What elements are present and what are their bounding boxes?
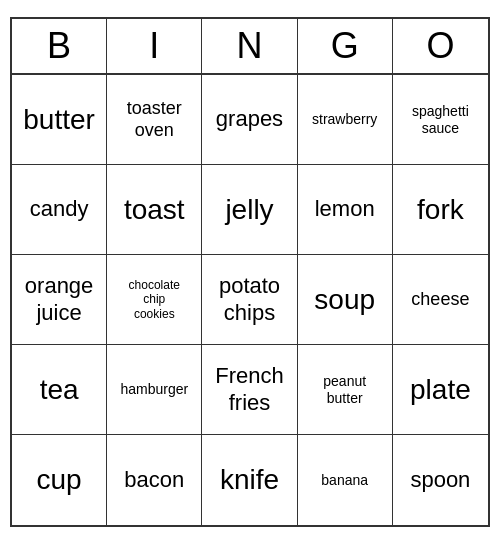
bingo-cell: spaghettisauce	[393, 75, 488, 165]
cell-text: candy	[30, 196, 89, 222]
bingo-cell: cheese	[393, 255, 488, 345]
bingo-cell: knife	[202, 435, 297, 525]
cell-text: grapes	[216, 106, 283, 132]
cell-text: plate	[410, 373, 471, 407]
cell-text: soup	[314, 283, 375, 317]
cell-text: tea	[40, 373, 79, 407]
cell-text: banana	[321, 472, 368, 489]
bingo-cell: soup	[298, 255, 393, 345]
header-letter: B	[12, 19, 107, 73]
header-letter: G	[298, 19, 393, 73]
cell-text: orangejuice	[25, 273, 94, 326]
bingo-cell: toasteroven	[107, 75, 202, 165]
bingo-cell: strawberry	[298, 75, 393, 165]
bingo-card: BINGO buttertoasterovengrapesstrawberrys…	[10, 17, 490, 527]
cell-text: cheese	[411, 289, 469, 311]
bingo-grid: buttertoasterovengrapesstrawberryspaghet…	[12, 75, 488, 525]
cell-text: butter	[23, 103, 95, 137]
cell-text: toast	[124, 193, 185, 227]
bingo-cell: toast	[107, 165, 202, 255]
cell-text: jelly	[225, 193, 273, 227]
cell-text: cup	[37, 463, 82, 497]
cell-text: toasteroven	[127, 98, 182, 141]
bingo-cell: spoon	[393, 435, 488, 525]
bingo-cell: Frenchfries	[202, 345, 297, 435]
bingo-header: BINGO	[12, 19, 488, 75]
cell-text: fork	[417, 193, 464, 227]
bingo-cell: peanutbutter	[298, 345, 393, 435]
cell-text: peanutbutter	[323, 373, 366, 407]
header-letter: I	[107, 19, 202, 73]
bingo-cell: fork	[393, 165, 488, 255]
bingo-cell: bacon	[107, 435, 202, 525]
bingo-cell: cup	[12, 435, 107, 525]
cell-text: bacon	[124, 467, 184, 493]
bingo-cell: potatochips	[202, 255, 297, 345]
bingo-cell: butter	[12, 75, 107, 165]
cell-text: potatochips	[219, 273, 280, 326]
bingo-cell: candy	[12, 165, 107, 255]
bingo-cell: tea	[12, 345, 107, 435]
cell-text: spoon	[410, 467, 470, 493]
cell-text: knife	[220, 463, 279, 497]
bingo-cell: jelly	[202, 165, 297, 255]
header-letter: N	[202, 19, 297, 73]
cell-text: strawberry	[312, 111, 377, 128]
bingo-cell: grapes	[202, 75, 297, 165]
bingo-cell: banana	[298, 435, 393, 525]
cell-text: hamburger	[120, 381, 188, 398]
bingo-cell: chocolatechipcookies	[107, 255, 202, 345]
cell-text: Frenchfries	[215, 363, 283, 416]
header-letter: O	[393, 19, 488, 73]
bingo-cell: orangejuice	[12, 255, 107, 345]
bingo-cell: plate	[393, 345, 488, 435]
bingo-cell: hamburger	[107, 345, 202, 435]
cell-text: lemon	[315, 196, 375, 222]
bingo-cell: lemon	[298, 165, 393, 255]
cell-text: spaghettisauce	[412, 103, 469, 137]
cell-text: chocolatechipcookies	[129, 278, 180, 321]
